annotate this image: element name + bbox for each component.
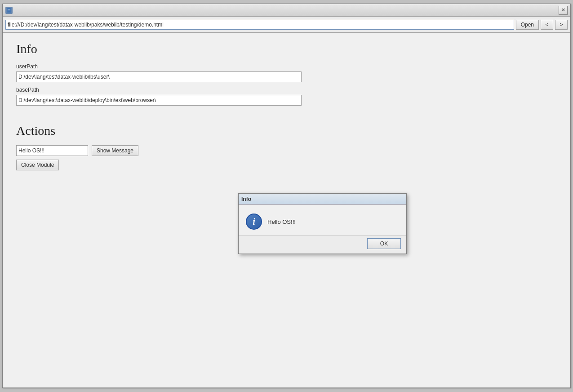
modal-message: Hello OS!!!: [267, 218, 296, 225]
svg-rect-2: [8, 11, 10, 11]
modal-body: i Hello OS!!!: [239, 205, 406, 235]
close-button[interactable]: ✕: [559, 6, 568, 15]
title-bar: ✕: [3, 4, 570, 17]
window-icon: [5, 7, 13, 14]
close-module-row: Close Module: [16, 160, 557, 170]
open-button[interactable]: Open: [516, 20, 539, 30]
userpath-input[interactable]: [16, 71, 302, 82]
actions-section: Actions Show Message Close Module: [16, 124, 557, 170]
svg-rect-1: [8, 10, 10, 10]
modal-title-bar: Info: [239, 194, 406, 205]
close-module-button[interactable]: Close Module: [16, 160, 59, 170]
window-frame: ✕ Open < > Info userPath basePath Action…: [2, 4, 571, 388]
actions-title: Actions: [16, 124, 557, 138]
toolbar: Open < >: [3, 17, 570, 33]
basepath-label: basePath: [16, 87, 557, 93]
address-bar[interactable]: [5, 20, 514, 30]
modal-footer: OK: [239, 235, 406, 254]
back-button[interactable]: <: [541, 20, 553, 30]
content-area: Info userPath basePath Actions Show Mess…: [3, 33, 570, 388]
message-input[interactable]: [16, 145, 88, 156]
basepath-input[interactable]: [16, 95, 302, 106]
userpath-label: userPath: [16, 63, 557, 70]
info-icon: i: [246, 214, 262, 230]
show-message-button[interactable]: Show Message: [92, 145, 138, 156]
info-section: Info userPath basePath: [16, 42, 557, 110]
show-message-row: Show Message: [16, 145, 557, 156]
ok-button[interactable]: OK: [367, 238, 401, 249]
modal-title: Info: [241, 196, 251, 202]
modal-dialog: Info i Hello OS!!! OK: [238, 193, 407, 254]
info-title: Info: [16, 42, 557, 56]
forward-button[interactable]: >: [555, 20, 568, 30]
svg-rect-3: [8, 9, 10, 9]
